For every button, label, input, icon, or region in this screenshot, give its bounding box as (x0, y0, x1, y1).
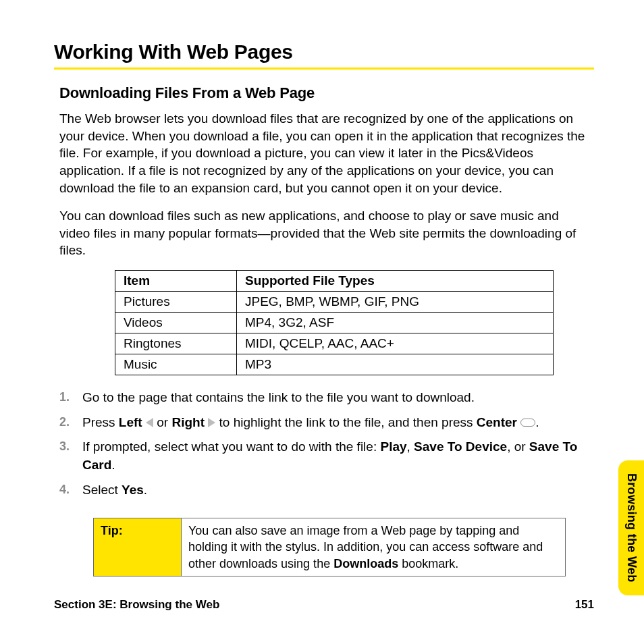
text: to highlight the link to the file, and t… (215, 415, 477, 429)
table-cell: Pictures (115, 292, 237, 313)
left-arrow-icon (146, 418, 153, 427)
table-cell: JPEG, BMP, WBMP, GIF, PNG (237, 292, 554, 313)
text: or (153, 415, 171, 429)
step-1: Go to the page that contains the link to… (59, 389, 594, 414)
tip-bookmark-name: Downloads (333, 557, 398, 570)
step-3: If prompted, select what you want to do … (59, 438, 594, 481)
side-tab-label: Browsing the Web (624, 473, 639, 582)
table-row: Ringtones MIDI, QCELP, AAC, AAC+ (115, 333, 554, 354)
table-header-item: Item (115, 271, 237, 292)
text: Select (82, 483, 122, 497)
text: , or (507, 439, 529, 454)
text: . (111, 458, 115, 472)
table-cell: Ringtones (115, 333, 237, 354)
table-cell: MP3 (237, 354, 554, 375)
text: . (144, 483, 147, 497)
steps-list: Go to the page that contains the link to… (59, 389, 594, 506)
text: , (407, 439, 414, 454)
table-cell: MIDI, QCELP, AAC, AAC+ (237, 333, 554, 354)
table-header-types: Supported File Types (237, 271, 554, 292)
option-play: Play (380, 439, 406, 454)
key-left: Left (119, 415, 142, 429)
subheading: Downloading Files From a Web Page (59, 84, 594, 102)
page-footer: Section 3E: Browsing the Web 151 (54, 598, 594, 612)
footer-section: Section 3E: Browsing the Web (54, 598, 219, 611)
center-button-icon (520, 419, 535, 427)
tip-box: Tip: You can also save an image from a W… (93, 518, 566, 576)
table-row: Music MP3 (115, 354, 554, 375)
table-cell: Music (115, 354, 237, 375)
paragraph-2: You can download files such as new appli… (59, 207, 593, 259)
table-cell: MP4, 3G2, ASF (237, 313, 554, 333)
footer-page-number: 151 (575, 598, 594, 612)
text: bookmark. (398, 557, 458, 570)
page-content: Working With Web Pages Downloading Files… (54, 41, 594, 576)
key-right: Right (171, 415, 205, 429)
option-yes: Yes (122, 483, 144, 497)
key-center: Center (477, 415, 517, 429)
table-row: Pictures JPEG, BMP, WBMP, GIF, PNG (115, 292, 554, 313)
table-cell: Videos (115, 313, 237, 333)
text: . (535, 415, 539, 429)
step-4: Select Yes. (59, 481, 594, 506)
paragraph-1: The Web browser lets you download files … (59, 110, 593, 196)
file-types-table: Item Supported File Types Pictures JPEG,… (115, 270, 554, 375)
tip-body: You can also save an image from a Web pa… (182, 518, 566, 576)
title-rule (54, 68, 594, 70)
right-arrow-icon (208, 418, 215, 427)
table-header-row: Item Supported File Types (115, 271, 554, 292)
step-2: Press Left or Right to highlight the lin… (59, 414, 594, 439)
side-tab: Browsing the Web (618, 460, 644, 595)
tip-label: Tip: (94, 518, 182, 576)
table-row: Videos MP4, 3G2, ASF (115, 313, 554, 333)
page-title: Working With Web Pages (54, 41, 594, 63)
text: If prompted, select what you want to do … (82, 439, 380, 454)
option-save-device: Save To Device (414, 439, 507, 454)
text: Press (82, 415, 119, 429)
